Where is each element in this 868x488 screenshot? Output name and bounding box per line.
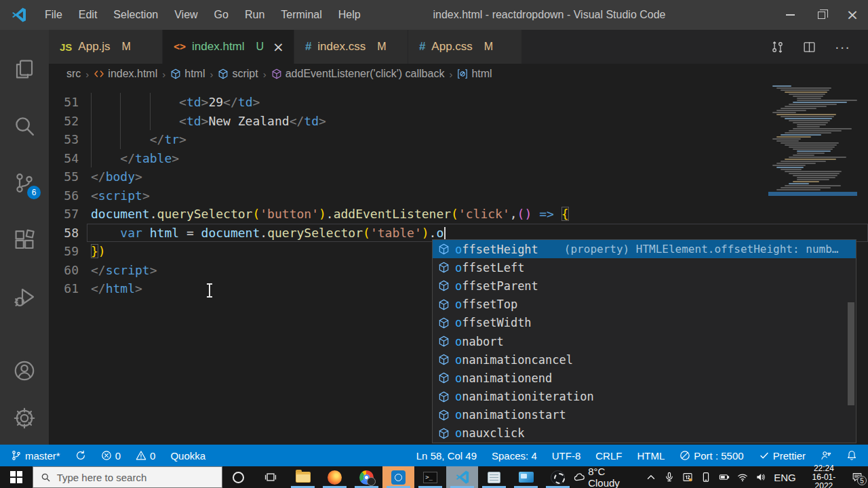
code-line-57[interactable]: 57document.querySelector('button').addEv… (49, 205, 868, 224)
suggest-item-onanimationstart[interactable]: onanimationstart (433, 406, 856, 424)
suggest-item-onanimationiteration[interactable]: onanimationiteration (433, 388, 856, 406)
taskbar-app-obs-studio[interactable] (542, 466, 574, 488)
menu-help[interactable]: Help (330, 0, 369, 30)
taskbar-app-media-app[interactable] (510, 466, 542, 488)
activity-extensions[interactable] (0, 211, 49, 268)
tray-weather[interactable]: 8°C Cloudy (574, 466, 638, 488)
minimize-button[interactable] (774, 0, 806, 30)
cortana-icon (233, 472, 244, 483)
vscode-icon (455, 470, 470, 485)
tab-app.js[interactable]: JSApp.jsM (49, 30, 163, 64)
suggest-item-offsetTop[interactable]: offsetTop (433, 296, 856, 314)
suggest-item-offsetWidth[interactable]: offsetWidth (433, 314, 856, 332)
status-language-mode[interactable]: HTML (637, 450, 665, 462)
code-line-54[interactable]: 54 </table> (49, 149, 868, 168)
status-git-branch[interactable]: master* (11, 450, 60, 462)
split-editor-icon[interactable] (803, 41, 816, 54)
scm-badge: 6 (27, 186, 41, 199)
tray-microphone[interactable] (664, 472, 675, 483)
menu-run[interactable]: Run (237, 0, 273, 30)
open-changes-icon[interactable] (771, 41, 784, 54)
tray-your-phone[interactable] (701, 472, 711, 483)
taskbar-app-file-explorer[interactable] (287, 466, 319, 488)
code-line-55[interactable]: 55</body> (49, 167, 868, 186)
menu-edit[interactable]: Edit (71, 0, 106, 30)
code-line-53[interactable]: 53 </tr> (49, 130, 868, 149)
status-warnings[interactable]: 0 (136, 450, 155, 462)
breadcrumb-item[interactable]: src (66, 68, 81, 80)
code-line-56[interactable]: 56<script> (49, 186, 868, 205)
status-quokka[interactable]: Quokka (170, 450, 205, 462)
menu-selection[interactable]: Selection (105, 0, 166, 30)
taskbar-app-firefox[interactable] (319, 466, 351, 488)
tab-label: index.css (317, 40, 366, 54)
menu-go[interactable]: Go (206, 0, 237, 30)
status-encoding[interactable]: UTF-8 (552, 450, 581, 462)
suggest-item-onabort[interactable]: onabort (433, 332, 856, 350)
suggest-item-onanimationend[interactable]: onanimationend (433, 369, 856, 387)
taskbar-app-chrome[interactable] (351, 466, 382, 488)
code-line-51[interactable]: 51 <td>29</td> (49, 93, 868, 112)
code-editor[interactable]: 51 <td>29</td>52 <td>New Zealand</td>53 … (49, 84, 868, 445)
breadcrumb-item[interactable]: addEventListener('click') callback (271, 68, 445, 80)
activity-source-control[interactable]: 6 (0, 155, 49, 211)
menu-view[interactable]: View (166, 0, 205, 30)
status-cursor-position[interactable]: Ln 58, Col 49 (416, 450, 477, 462)
breadcrumb-item[interactable]: html (170, 68, 205, 80)
breadcrumb-item[interactable]: script (218, 68, 258, 80)
taskbar-search[interactable]: Type here to search (33, 466, 222, 488)
breadcrumb-item[interactable]: html (457, 68, 492, 80)
task-view-button[interactable] (254, 466, 287, 488)
breadcrumb-item[interactable]: index.html (94, 68, 157, 80)
tray-volume[interactable] (755, 472, 766, 483)
status-errors[interactable]: 0 (101, 450, 121, 462)
restore-button[interactable] (806, 0, 837, 30)
tray-action-center[interactable]: 5 (852, 472, 863, 483)
activity-account[interactable] (0, 347, 49, 394)
suggest-item-offsetLeft[interactable]: offsetLeft (433, 258, 856, 277)
suggest-item-offsetHeight[interactable]: offsetHeight(property) HTMLElement.offse… (433, 240, 856, 258)
tray-network[interactable] (737, 472, 748, 483)
more-actions-icon[interactable]: ··· (835, 43, 850, 50)
symbol-field-icon (438, 262, 450, 273)
line-content: </table> (87, 149, 868, 168)
taskbar-app-notepad[interactable] (478, 466, 510, 488)
status-eol[interactable]: CRLF (595, 450, 622, 462)
suggest-item-onanimationcancel[interactable]: onanimationcancel (433, 350, 856, 369)
taskbar-app-command-prompt[interactable]: >_ (414, 466, 446, 488)
suggest-item-offsetParent[interactable]: offsetParent (433, 277, 856, 295)
activity-settings[interactable] (0, 394, 49, 442)
status-notifications[interactable] (846, 450, 857, 461)
activity-bar: 6 (0, 30, 49, 445)
tray-clock[interactable]: 22:2416-01-2022 (804, 464, 844, 488)
code-line-52[interactable]: 52 <td>New Zealand</td> (49, 112, 868, 131)
suggest-scrollbar[interactable] (848, 302, 854, 405)
activity-explorer[interactable] (0, 41, 49, 98)
status-feedback[interactable] (821, 450, 831, 461)
close-button[interactable]: × (837, 0, 868, 30)
battery-icon (719, 472, 730, 483)
activity-search[interactable] (0, 98, 49, 155)
tray-tray-overflow[interactable] (646, 472, 656, 483)
menu-terminal[interactable]: Terminal (273, 0, 330, 30)
taskbar-app-recorder-app[interactable] (382, 466, 414, 488)
activity-run-and-debug[interactable] (0, 268, 49, 325)
status-prettier[interactable]: Prettier (759, 450, 806, 462)
circle-slash-icon (679, 450, 690, 461)
tab-close-icon[interactable]: × (273, 39, 284, 55)
menu-file[interactable]: File (37, 0, 71, 30)
tray-battery[interactable] (719, 472, 730, 483)
status-sync-changes[interactable] (75, 450, 86, 461)
start-button[interactable] (0, 466, 33, 488)
status-indentation[interactable]: Spaces: 4 (492, 450, 537, 462)
status-live-server-port[interactable]: Port : 5500 (679, 450, 743, 462)
tab-index.html[interactable]: <>index.htmlU× (163, 30, 294, 64)
tab-index.css[interactable]: #index.cssM (294, 30, 408, 64)
status-label: 0 (115, 450, 121, 462)
suggest-item-onauxclick[interactable]: onauxclick (433, 424, 856, 443)
tray-alt-tab-indicator[interactable] (682, 472, 693, 483)
cortana-button[interactable] (222, 466, 255, 488)
tab-app.css[interactable]: #App.cssM (408, 30, 522, 64)
taskbar-app-vscode[interactable] (446, 466, 478, 488)
tray-input-language[interactable]: ENG (774, 472, 796, 483)
